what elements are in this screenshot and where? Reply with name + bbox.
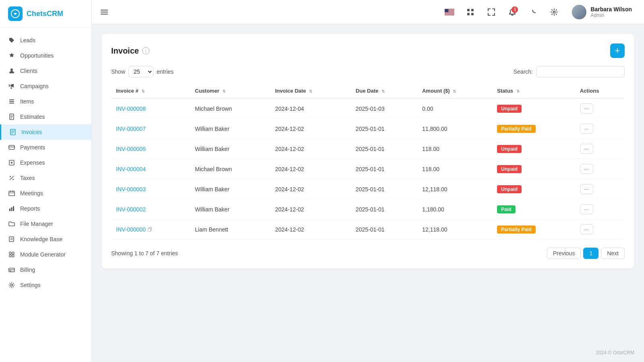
invoice-link[interactable]: INV-000007 <box>116 126 146 132</box>
sort-icon-status: ⇅ <box>516 89 520 93</box>
invoice-link[interactable]: INV-000000 <box>116 226 146 233</box>
sidebar-item-knowledge-base[interactable]: Knowledge Base <box>0 232 91 247</box>
invoice-card: Invoice i + Show 25 50 100 <box>101 34 634 269</box>
actions-button[interactable]: ··· <box>580 124 593 134</box>
col-invoice-date[interactable]: Invoice Date ⇅ <box>270 84 351 98</box>
due-date-cell: 2025-01-01 <box>351 159 417 179</box>
customer-cell: William Baker <box>190 199 270 219</box>
actions-button[interactable]: ··· <box>580 144 593 154</box>
due-date-cell: 2025-01-01 <box>351 219 417 240</box>
sidebar-item-items[interactable]: Items <box>0 94 91 109</box>
invoice-link[interactable]: INV-000008 <box>116 105 146 112</box>
sort-icon-customer: ⇅ <box>222 89 226 93</box>
notifications-button[interactable]: 1 <box>505 5 520 19</box>
actions-button[interactable]: ··· <box>580 184 593 194</box>
sidebar-item-opportunities[interactable]: Opportunities <box>0 48 91 63</box>
table-row: INV-000007William Baker2024-12-022025-01… <box>111 119 625 139</box>
topbar: 1 Barbara Wilson <box>92 0 644 24</box>
col-due-date[interactable]: Due Date ⇅ <box>351 84 417 98</box>
sidebar-item-file-manager[interactable]: File Manager <box>0 216 91 232</box>
info-icon[interactable]: i <box>142 47 149 54</box>
customer-cell: William Baker <box>190 119 270 139</box>
previous-button[interactable]: Previous <box>547 248 581 259</box>
table-header: Invoice # ⇅ Customer ⇅ Invoice Date ⇅ <box>111 84 625 98</box>
svg-point-37 <box>11 284 13 286</box>
user-menu[interactable]: Barbara Wilson Admin <box>568 2 636 22</box>
footer-text: 2024 © OrbitCRM <box>596 350 634 356</box>
invoice-date-cell: 2024-12-02 <box>270 219 351 240</box>
dark-mode-button[interactable] <box>526 5 540 19</box>
avatar <box>572 5 586 19</box>
due-date-cell: 2025-01-01 <box>351 119 417 139</box>
table-row: INV-000008Michael Brown2024-12-042025-01… <box>111 98 625 119</box>
sidebar-item-clients[interactable]: Clients <box>0 63 91 79</box>
entries-select[interactable]: 25 50 100 <box>128 66 153 77</box>
sidebar-item-meetings-label: Meetings <box>20 190 43 197</box>
sidebar-item-campaigns[interactable]: Campaigns <box>0 79 91 94</box>
svg-rect-27 <box>13 206 14 211</box>
col-invoice-num[interactable]: Invoice # ⇅ <box>111 84 190 98</box>
next-button[interactable]: Next <box>601 248 625 259</box>
svg-rect-32 <box>9 255 11 257</box>
pagination-buttons: Previous 1 Next <box>547 248 625 259</box>
sidebar-item-leads-label: Leads <box>20 37 35 43</box>
sidebar-item-expenses[interactable]: Expenses <box>0 155 91 170</box>
sort-icon-amount: ⇅ <box>453 89 456 93</box>
sidebar-item-leads[interactable]: Leads <box>0 33 91 48</box>
invoice-num-cell: INV-000000🗍 <box>111 219 190 240</box>
svg-point-20 <box>12 179 14 180</box>
invoice-link[interactable]: INV-000004 <box>116 166 146 172</box>
svg-rect-48 <box>445 9 449 12</box>
sidebar-item-taxes[interactable]: Taxes <box>0 170 91 186</box>
sidebar-item-meetings[interactable]: Meetings <box>0 186 91 201</box>
invoice-link[interactable]: INV-000003 <box>116 186 146 192</box>
actions-button[interactable]: ··· <box>580 204 593 214</box>
topbar-settings-button[interactable] <box>547 5 561 19</box>
col-customer[interactable]: Customer ⇅ <box>190 84 270 98</box>
user-text: Barbara Wilson Admin <box>590 6 632 18</box>
sidebar-item-billing[interactable]: Billing <box>0 262 91 277</box>
sidebar-item-settings[interactable]: Settings <box>0 277 91 293</box>
sort-icon-due-date: ⇅ <box>381 89 385 93</box>
menu-toggle-button[interactable] <box>100 8 109 17</box>
sidebar-item-billing-label: Billing <box>20 267 35 273</box>
sidebar-item-items-label: Items <box>20 98 34 105</box>
sidebar-item-invoices[interactable]: Invoices <box>0 124 91 140</box>
sidebar-item-payments[interactable]: Payments <box>0 140 91 155</box>
sidebar-item-estimates[interactable]: Estimates <box>0 109 91 124</box>
search-row: Search: <box>514 66 625 77</box>
svg-rect-47 <box>445 14 454 14</box>
status-cell: Paid <box>492 199 575 219</box>
actions-button[interactable]: ··· <box>580 224 593 234</box>
col-amount[interactable]: Amount ($) ⇅ <box>417 84 492 98</box>
invoice-date-cell: 2024-12-02 <box>270 199 351 219</box>
invoice-link[interactable]: INV-000005 <box>116 146 146 152</box>
invoice-link[interactable]: INV-000002 <box>116 206 146 213</box>
page-header: Invoice i + <box>111 43 625 58</box>
status-badge: Unpaid <box>497 105 522 113</box>
sidebar-item-campaigns-label: Campaigns <box>20 83 49 89</box>
search-input[interactable] <box>536 66 625 77</box>
invoice-icon <box>9 128 17 136</box>
page-1-button[interactable]: 1 <box>583 248 598 259</box>
invoice-num-cell: INV-000002 <box>111 199 190 219</box>
status-cell: Unpaid <box>492 139 575 159</box>
status-cell: Partially Paid <box>492 119 575 139</box>
fullscreen-button[interactable] <box>484 5 499 19</box>
star-icon <box>8 52 15 59</box>
actions-button[interactable]: ··· <box>580 164 593 174</box>
due-date-cell: 2025-01-01 <box>351 139 417 159</box>
sidebar-item-reports[interactable]: Reports <box>0 201 91 216</box>
copy-icon[interactable]: 🗍 <box>147 227 152 233</box>
sidebar-item-payments-label: Payments <box>20 144 45 151</box>
status-badge: Partially Paid <box>497 125 535 133</box>
add-invoice-button[interactable]: + <box>610 43 625 58</box>
expense-icon <box>8 159 15 166</box>
sidebar-item-module-generator[interactable]: Module Generator <box>0 247 91 262</box>
svg-rect-4 <box>9 103 14 103</box>
actions-button[interactable]: ··· <box>580 103 593 114</box>
col-status[interactable]: Status ⇅ <box>492 84 575 98</box>
apps-grid-button[interactable] <box>463 5 478 19</box>
actions-cell: ··· <box>575 179 625 199</box>
language-selector[interactable] <box>442 5 457 19</box>
